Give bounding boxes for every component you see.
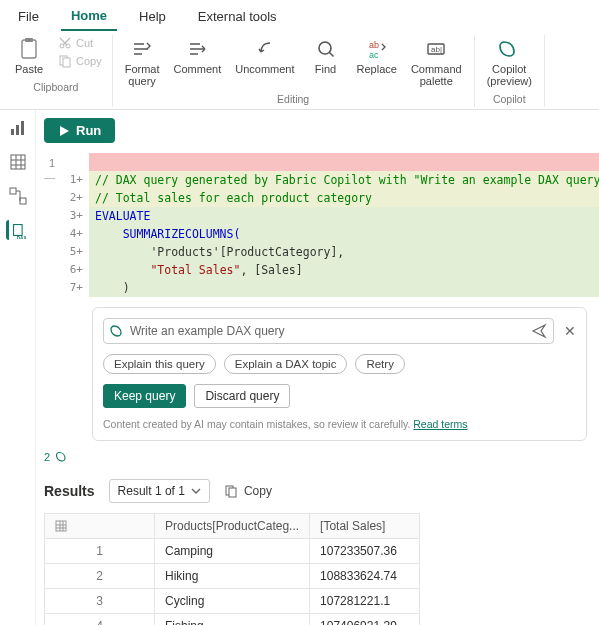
menu-bar: File Home Help External tools [0,0,599,31]
svg-text:ac: ac [369,50,379,60]
outer-gutter: 1 — [44,153,55,297]
nav-model-icon[interactable] [8,186,28,206]
keep-query-button[interactable]: Keep query [103,384,186,408]
copy-icon [224,484,238,498]
group-title-copilot: Copilot [493,93,526,105]
group-title-clipboard: Clipboard [33,81,78,93]
svg-rect-12 [16,125,19,135]
copy-icon [58,54,72,68]
results-table: Products[ProductCateg... [Total Sales] 1… [44,513,420,625]
close-icon[interactable]: ✕ [564,323,576,339]
comment-icon [185,37,209,61]
result-selector[interactable]: Result 1 of 1 [109,479,210,503]
copy-results-button[interactable]: Copy [224,484,272,498]
scissors-icon [58,36,72,50]
palette-icon: ab| [424,37,448,61]
nav-report-icon[interactable] [8,118,28,138]
table-row[interactable]: 1Camping107233507.36 [45,539,420,564]
menu-file[interactable]: File [8,5,49,30]
nav-dax-icon[interactable]: DAX [6,220,26,240]
paste-button[interactable]: Paste [8,35,50,77]
col-product-category[interactable]: Products[ProductCateg... [155,514,310,539]
menu-external-tools[interactable]: External tools [188,5,287,30]
command-palette-button[interactable]: ab| Command palette [407,35,466,89]
paste-label: Paste [15,63,43,75]
svg-rect-16 [20,198,26,204]
table-row[interactable]: 3Cycling107281221.1 [45,589,420,614]
suggestion-explain-topic[interactable]: Explain a DAX topic [224,354,348,374]
ribbon-group-editing: Format query Comment Uncomment Find abac… [113,35,475,107]
suggestion-retry[interactable]: Retry [355,354,404,374]
format-query-button[interactable]: Format query [121,35,164,89]
table-row[interactable]: 2Hiking108833624.74 [45,564,420,589]
svg-text:ab|: ab| [431,45,442,54]
ribbon-group-clipboard: Paste Cut Copy Clipboard [0,35,113,107]
run-button[interactable]: Run [44,118,115,143]
suggestion-explain-query[interactable]: Explain this query [103,354,216,374]
discard-query-button[interactable]: Discard query [194,384,290,408]
clipboard-icon [17,37,41,61]
svg-rect-21 [56,521,66,531]
copilot-panel: ✕ Explain this query Explain a DAX topic… [92,307,587,441]
send-icon[interactable] [531,323,547,339]
ribbon-group-copilot: Copilot (preview) Copilot [475,35,545,107]
copy-button[interactable]: Copy [56,53,104,69]
read-terms-link[interactable]: Read terms [413,418,467,430]
uncomment-button[interactable]: Uncomment [231,35,298,77]
ai-disclaimer: Content created by AI may contain mistak… [103,418,576,430]
format-icon [130,37,154,61]
search-icon [314,37,338,61]
svg-rect-20 [229,488,236,497]
svg-rect-5 [63,58,70,67]
copilot-text-input[interactable] [130,324,525,338]
menu-home[interactable]: Home [61,4,117,31]
ribbon: Paste Cut Copy Clipboard [0,31,599,110]
copilot-icon [497,37,521,61]
svg-rect-13 [21,121,24,135]
side-nav: DAX [0,110,36,625]
copilot-button[interactable]: Copilot (preview) [483,35,536,89]
svg-rect-17 [14,225,23,236]
svg-text:DAX: DAX [17,236,26,239]
svg-point-6 [319,42,331,54]
menu-help[interactable]: Help [129,5,176,30]
comment-button[interactable]: Comment [170,35,226,77]
copilot-small-icon[interactable] [56,451,68,463]
chevron-down-icon [191,486,201,496]
play-icon [58,125,70,137]
svg-rect-14 [11,155,25,169]
table-corner-icon [45,514,155,539]
table-row[interactable]: 4Fishing107406921.39 [45,614,420,625]
results-title: Results [44,483,95,499]
uncomment-icon [253,37,277,61]
col-total-sales[interactable]: [Total Sales] [310,514,420,539]
code-editor[interactable]: 1 — 1+// DAX query generated by Fabric C… [44,153,587,297]
svg-text:ab: ab [369,40,379,50]
replace-button[interactable]: abac Replace [353,35,401,77]
cut-button[interactable]: Cut [56,35,104,51]
svg-rect-0 [22,40,36,58]
results-section: Results Result 1 of 1 Copy Products[Prod… [44,479,587,625]
copilot-input[interactable] [103,318,554,344]
svg-rect-15 [10,188,16,194]
nav-data-icon[interactable] [8,152,28,172]
find-button[interactable]: Find [305,35,347,77]
content-area: Run 1 — 1+// DAX query generated by Fabr… [36,110,599,625]
replace-icon: abac [365,37,389,61]
group-title-editing: Editing [277,93,309,105]
copilot-spark-icon [110,324,124,338]
svg-rect-11 [11,129,14,135]
line-marker: 2 [44,451,587,463]
svg-rect-1 [25,38,33,42]
